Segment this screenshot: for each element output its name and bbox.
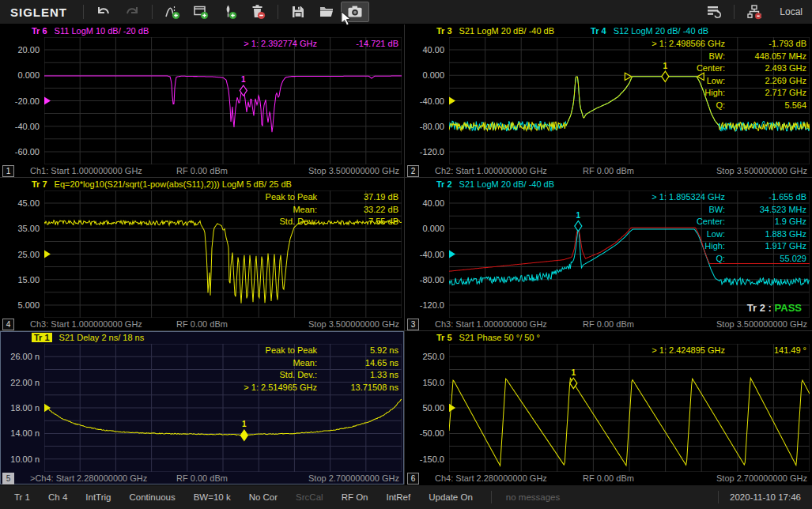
limit-test-status: PASS: [775, 302, 802, 314]
stat-value: 7.55 dB: [323, 216, 398, 228]
status-srccal[interactable]: SrcCal: [296, 492, 323, 502]
control-mode-label[interactable]: Local: [780, 6, 803, 17]
trace-name[interactable]: Tr 3: [436, 26, 452, 36]
add-marker-button[interactable]: [215, 2, 244, 22]
status-sweep-mode[interactable]: Continuous: [130, 492, 176, 502]
readout-label: > 1: 2.514965 GHz: [244, 382, 317, 394]
status-trigger[interactable]: IntTrig: [85, 492, 111, 502]
stat-value: 448.057 MHz: [731, 51, 806, 63]
trace-name[interactable]: Tr 7: [32, 179, 47, 189]
channel-start: Ch4: Start 2.280000000 GHz: [435, 473, 547, 483]
panel-window-6[interactable]: Tr 5 S21 Phase 50 °/ 50 ° 250.0150.050.0…: [405, 331, 812, 484]
panel-window-4[interactable]: Tr 7 Eq=20*log10(S21/sqrt(1-pow(abs(S11)…: [0, 178, 404, 330]
y-axis-tick: 35.00: [17, 224, 40, 233]
readout-value: -14.721 dB: [323, 38, 398, 51]
trace-format: S21 Delay 2 ns/ 18 ns: [59, 333, 145, 342]
status-update[interactable]: Update On: [429, 492, 473, 502]
stat-label: Q:: [651, 100, 725, 112]
marker-1[interactable]: [575, 221, 582, 231]
channel-start: Ch3: Start 1.000000000 GHz: [435, 319, 547, 329]
channel-power: RF 0.00 dBm: [176, 473, 228, 483]
y-axis-labels: 20.000.000-20.00-40.00-60.00: [0, 37, 44, 164]
stat-label: Mean:: [244, 357, 317, 370]
save-button[interactable]: [284, 2, 312, 22]
y-axis-tick: -40.00: [420, 250, 444, 259]
redo-button[interactable]: [118, 2, 146, 22]
readout-value: 13.71508 ns: [323, 382, 398, 394]
trace-name-selected[interactable]: Tr 1: [32, 333, 52, 342]
status-active-trace[interactable]: Tr 1: [14, 492, 30, 502]
new-window-button[interactable]: [187, 2, 215, 22]
stat-label: Center:: [651, 62, 725, 75]
readout-value: 141.49 °: [731, 345, 806, 357]
trace-header: Tr 3 S21 LogM 20 dB/ -40 dB Tr 4 S12 Log…: [405, 25, 812, 37]
y-axis-tick: -60.00: [15, 147, 40, 156]
channel-footer: 3 Ch3: Start 1.000000000 GHz RF 0.00 dBm…: [405, 318, 812, 330]
y-axis-labels: 40.000.000-40.00-80.00-120.0: [405, 190, 449, 318]
panel-window-2[interactable]: Tr 3 S21 LogM 20 dB/ -40 dB Tr 4 S12 Log…: [405, 25, 812, 177]
trace-format: S21 LogM 20 dB/ -40 dB: [459, 26, 554, 36]
y-axis-tick: 5.000: [17, 300, 40, 310]
status-correction[interactable]: No Cor: [249, 492, 278, 502]
y-axis-labels: 26.00 n22.00 n18.00 n14.00 n10.00 n: [0, 344, 44, 472]
marker-readout: > 1: 1.895324 GHz-1.655 dB BW:34.523 MHz…: [651, 191, 806, 265]
channel-start: Ch1: Start 1.000000000 GHz: [30, 166, 142, 175]
reference-level-arrow[interactable]: [44, 96, 51, 104]
panel-window-5-active[interactable]: Tr 1 S21 Delay 2 ns/ 18 ns 26.00 n22.00 …: [0, 331, 404, 484]
delete-button[interactable]: [244, 2, 272, 22]
y-axis-tick: -80.00: [420, 275, 444, 285]
trace-header: Tr 2 S21 LogM 20 dB/ -40 dB: [405, 178, 812, 190]
trace-name[interactable]: Tr 4: [591, 26, 606, 36]
channel-stop: Stop 2.700000000 GHz: [308, 473, 399, 483]
open-button[interactable]: [312, 2, 341, 22]
delete-icon: [250, 4, 266, 20]
network-status-button[interactable]: [740, 2, 769, 22]
trace-plot: 1: [449, 344, 810, 472]
status-active-channel[interactable]: Ch 4: [48, 492, 67, 502]
panel-window-3[interactable]: Tr 2 S21 LogM 20 dB/ -40 dB 40.000.000-4…: [405, 178, 812, 330]
status-rf-power[interactable]: RF On: [342, 492, 368, 502]
plot-area[interactable]: 1 > 1: 1.895324 GHz-1.655 dB BW:34.523 M…: [449, 190, 810, 318]
undo-button[interactable]: [89, 2, 118, 22]
stat-value: 37.19 dB: [323, 191, 398, 204]
plot-area[interactable]: 1 > 1: 2.424895 GHz141.49 °: [449, 344, 810, 472]
reference-level-arrow[interactable]: [449, 96, 455, 104]
y-axis-tick: 25.00: [17, 250, 40, 259]
marker-label: 1: [241, 75, 246, 84]
plot-area[interactable]: 1 > 1: 2.498566 GHz-1.793 dB BW:448.057 …: [449, 37, 810, 164]
panel-window-1[interactable]: Tr 6 S11 LogM 10 dB/ -20 dB 20.000.000-2…: [0, 25, 404, 177]
channel-footer: 6 Ch4: Start 2.280000000 GHz RF 0.00 dBm…: [405, 472, 812, 484]
channel-footer: 5 >Ch4: Start 2.280000000 GHz RF 0.00 dB…: [0, 472, 404, 484]
trace-name[interactable]: Tr 5: [436, 333, 452, 342]
statusbar-separator: [491, 491, 492, 503]
plot-area[interactable]: Peak to Peak37.19 dB Mean:33.22 dB Std. …: [44, 190, 402, 318]
reference-level-arrow[interactable]: [449, 404, 455, 412]
channel-stop: Stop 3.500000000 GHz: [308, 166, 399, 175]
y-axis-tick: -120.0: [420, 300, 444, 310]
channel-start: >Ch4: Start 2.280000000 GHz: [30, 473, 147, 483]
channel-start: Ch2: Start 1.000000000 GHz: [435, 166, 547, 175]
reference-level-arrow[interactable]: [44, 250, 51, 258]
trace-name[interactable]: Tr 6: [32, 26, 47, 36]
stat-value: 1.917 GHz: [731, 240, 806, 253]
trace-name[interactable]: Tr 2: [436, 179, 452, 189]
stat-label: High:: [651, 87, 725, 100]
marker-1[interactable]: [240, 430, 247, 440]
stat-value: 14.65 ns: [323, 357, 398, 370]
reference-level-arrow[interactable]: [449, 250, 455, 258]
add-trace-button[interactable]: [158, 2, 187, 22]
plot-area[interactable]: 1 > 1: 2.392774 GHz-14.721 dB: [44, 37, 402, 164]
channel-stop: Stop 3.500000000 GHz: [716, 166, 807, 175]
toolbar-separator: [734, 5, 735, 19]
plot-area[interactable]: 1 Peak to Peak5.92 ns Mean:14.65 ns Std.…: [44, 344, 402, 472]
channel-footer: 2 Ch2: Start 1.000000000 GHz RF 0.00 dBm…: [405, 164, 812, 177]
stat-label: Peak to Peak: [266, 191, 317, 204]
status-reference[interactable]: IntRef: [387, 492, 411, 502]
status-datetime: 2020-11-10 17:46: [730, 492, 801, 502]
status-if-bandwidth[interactable]: BW=10 k: [194, 492, 231, 502]
display-settings-button[interactable]: [700, 2, 728, 22]
y-axis-tick: 40.00: [422, 45, 444, 55]
stat-label: Low:: [651, 75, 725, 88]
toolbar-separator: [83, 5, 84, 19]
stat-value: 2.269 GHz: [731, 75, 806, 88]
